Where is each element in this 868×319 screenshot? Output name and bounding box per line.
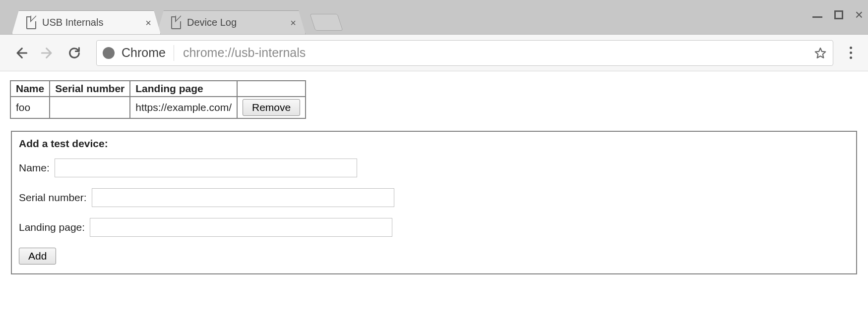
remove-button[interactable]: Remove bbox=[243, 99, 300, 116]
cell-actions: Remove bbox=[237, 97, 306, 118]
add-test-device-box: Add a test device: Name: Serial number: … bbox=[11, 131, 857, 274]
title-bar: USB Internals × Device Log × × bbox=[0, 0, 868, 35]
form-row-landing: Landing page: bbox=[19, 218, 849, 237]
label-name: Name: bbox=[19, 162, 50, 174]
tab-device-log[interactable]: Device Log × bbox=[157, 10, 306, 34]
bookmark-star-icon[interactable] bbox=[814, 47, 827, 59]
label-landing: Landing page: bbox=[19, 221, 85, 233]
col-serial: Serial number bbox=[50, 81, 130, 97]
cell-landing: https://example.com/ bbox=[130, 97, 237, 118]
landing-page-field[interactable] bbox=[90, 218, 392, 237]
back-button[interactable] bbox=[10, 42, 32, 64]
close-tab-icon[interactable]: × bbox=[290, 17, 296, 28]
add-device-heading: Add a test device: bbox=[19, 138, 849, 150]
window-controls: × bbox=[812, 0, 863, 30]
tab-usb-internals[interactable]: USB Internals × bbox=[12, 10, 161, 34]
serial-number-field[interactable] bbox=[92, 188, 394, 207]
tab-title: Device Log bbox=[187, 17, 237, 28]
browser-toolbar: Chrome chrome://usb-internals bbox=[0, 35, 868, 71]
chrome-menu-icon[interactable] bbox=[842, 47, 859, 59]
form-row-serial: Serial number: bbox=[19, 188, 849, 207]
page-icon bbox=[171, 16, 181, 29]
close-tab-icon[interactable]: × bbox=[145, 17, 151, 28]
add-button[interactable]: Add bbox=[19, 248, 56, 265]
omnibox-separator bbox=[174, 45, 174, 61]
label-serial: Serial number: bbox=[19, 192, 87, 204]
window-close-button[interactable]: × bbox=[855, 8, 863, 22]
cell-name: foo bbox=[10, 97, 50, 118]
name-field[interactable] bbox=[55, 159, 357, 177]
site-identity-icon[interactable] bbox=[103, 47, 115, 59]
forward-button[interactable] bbox=[37, 42, 59, 64]
test-devices-table: Name Serial number Landing page foo http… bbox=[10, 80, 306, 119]
omnibox[interactable]: Chrome chrome://usb-internals bbox=[96, 40, 833, 66]
new-tab-button[interactable] bbox=[310, 14, 343, 31]
col-actions bbox=[237, 81, 306, 97]
table-header-row: Name Serial number Landing page bbox=[10, 81, 306, 97]
maximize-button[interactable] bbox=[834, 10, 843, 19]
cell-serial bbox=[50, 97, 130, 118]
form-row-name: Name: bbox=[19, 159, 849, 177]
omnibox-url: chrome://usb-internals bbox=[183, 46, 807, 60]
table-row: foo https://example.com/ Remove bbox=[10, 97, 306, 118]
col-name: Name bbox=[10, 81, 50, 97]
omnibox-origin: Chrome bbox=[122, 46, 166, 60]
minimize-button[interactable] bbox=[812, 12, 822, 18]
page-content: Name Serial number Landing page foo http… bbox=[0, 71, 868, 319]
col-landing: Landing page bbox=[130, 81, 237, 97]
tab-strip: USB Internals × Device Log × bbox=[12, 0, 340, 34]
reload-button[interactable] bbox=[63, 42, 85, 64]
tab-title: USB Internals bbox=[42, 17, 103, 28]
page-icon bbox=[26, 16, 36, 29]
